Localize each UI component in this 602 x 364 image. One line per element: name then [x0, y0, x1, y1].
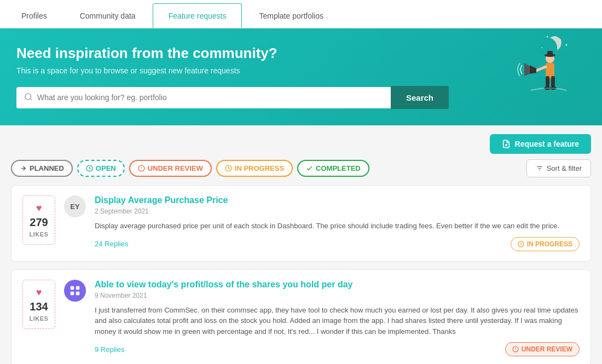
- status-badge-1: IN PROGRESS: [511, 237, 580, 251]
- hero-illustration: [514, 31, 575, 109]
- likes-count-2: 134: [30, 301, 48, 313]
- card-date-2: 9 November 2021: [95, 292, 580, 299]
- in-progress-badge-icon: [518, 241, 524, 247]
- hero-title: Need inspiration from the community?: [16, 45, 580, 62]
- svg-point-0: [25, 94, 31, 100]
- replies-link-2[interactable]: 9 Replies: [95, 345, 124, 354]
- likes-count-1: 279: [30, 216, 48, 229]
- svg-marker-15: [524, 63, 530, 76]
- svg-rect-30: [71, 291, 74, 294]
- under-review-icon: [138, 165, 145, 172]
- likes-col-2: ♥ 134 LIKES: [22, 280, 55, 329]
- card-title-2[interactable]: Able to view today's profit/loss of the …: [95, 280, 580, 290]
- heart-icon-2: ♥: [36, 287, 42, 298]
- chip-completed[interactable]: COMPLETED: [297, 160, 369, 177]
- hero-banner: Need inspiration from the community? Thi…: [0, 28, 602, 125]
- hero-subtitle: This is a space for you to browse or sug…: [16, 66, 580, 75]
- svg-line-1: [30, 99, 32, 100]
- tabs-bar: Profiles Community data Feature requests…: [0, 0, 602, 28]
- svg-rect-7: [547, 51, 553, 56]
- svg-line-13: [536, 67, 546, 71]
- card-title-1[interactable]: Display Average Purchase Price: [95, 195, 580, 205]
- tab-template-portfolios[interactable]: Template portfolios: [243, 3, 339, 28]
- status-badge-2: UNDER REVIEW: [505, 342, 580, 356]
- chip-in-progress[interactable]: IN PROGRESS: [216, 160, 293, 177]
- table-row: ♥ 279 LIKES EY Display Average Purchase …: [11, 185, 591, 262]
- request-icon: [502, 140, 511, 148]
- under-review-badge-icon: [512, 346, 519, 353]
- open-icon: [86, 165, 93, 172]
- search-icon: [24, 93, 33, 103]
- svg-rect-29: [76, 286, 79, 289]
- in-progress-icon: [225, 165, 232, 172]
- likes-label-2: LIKES: [30, 315, 49, 322]
- action-bar: Request a feature: [0, 125, 602, 159]
- likes-label-1: LIKES: [30, 231, 49, 238]
- card-desc-2: I just transferred from CommSec. on thei…: [95, 305, 580, 337]
- chip-under-review[interactable]: UNDER REVIEW: [129, 160, 212, 177]
- request-feature-button[interactable]: Request a feature: [490, 134, 591, 154]
- avatar-2: [64, 280, 86, 302]
- planned-icon: [20, 165, 27, 172]
- tab-community-data[interactable]: Community data: [64, 3, 152, 28]
- svg-point-3: [566, 44, 568, 46]
- card-date-1: 2 September 2021: [95, 207, 580, 215]
- card-content-2: Able to view today's profit/loss of the …: [95, 280, 580, 357]
- avatar-1: EY: [64, 195, 86, 217]
- filter-bar: PLANNED OPEN UNDER REVIEW IN PROGRESS CO…: [0, 159, 602, 185]
- svg-rect-10: [551, 76, 555, 87]
- chip-open[interactable]: OPEN: [77, 160, 125, 177]
- svg-rect-9: [546, 76, 549, 87]
- sort-filter-button[interactable]: Sort & filter: [526, 159, 591, 177]
- tab-profiles[interactable]: Profiles: [5, 3, 63, 28]
- svg-rect-31: [76, 291, 79, 294]
- tab-feature-requests[interactable]: Feature requests: [153, 3, 242, 28]
- replies-link-1[interactable]: 24 Replies: [95, 240, 128, 248]
- search-row: Search: [16, 86, 449, 109]
- cards-list: ♥ 279 LIKES EY Display Average Purchase …: [0, 185, 602, 364]
- sort-filter-icon: [536, 165, 543, 172]
- card-content-1: Display Average Purchase Price 2 Septemb…: [95, 195, 580, 251]
- card-footer-2: 9 Replies UNDER REVIEW: [95, 342, 580, 356]
- heart-icon: ♥: [36, 203, 42, 214]
- completed-icon: [306, 165, 313, 172]
- table-row: ♥ 134 LIKES Able to view today's profit/…: [11, 269, 591, 365]
- chip-planned[interactable]: PLANNED: [11, 160, 73, 177]
- search-input-wrap: [16, 87, 391, 108]
- card-desc-1: Display average purchased price per unit…: [95, 221, 580, 232]
- svg-point-4: [541, 47, 542, 48]
- avatar-icon-2: [69, 285, 81, 297]
- card-footer-1: 24 Replies IN PROGRESS: [95, 237, 580, 251]
- search-input[interactable]: [37, 93, 383, 102]
- svg-point-2: [547, 36, 548, 38]
- likes-col-1: ♥ 279 LIKES: [22, 195, 55, 245]
- svg-rect-28: [71, 286, 74, 289]
- svg-rect-8: [546, 63, 554, 78]
- svg-marker-14: [530, 65, 536, 74]
- chips-row: PLANNED OPEN UNDER REVIEW IN PROGRESS CO…: [11, 160, 369, 177]
- search-button[interactable]: Search: [391, 86, 449, 109]
